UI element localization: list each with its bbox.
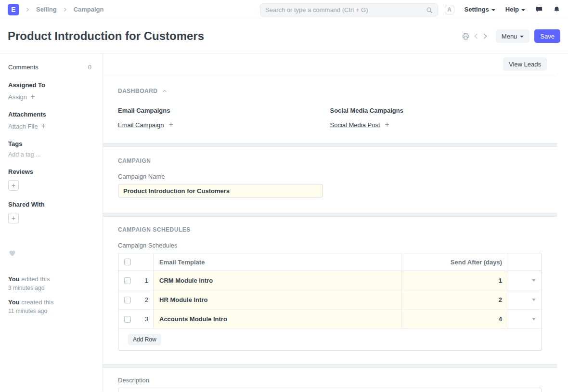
reviews-heading: Reviews bbox=[8, 168, 94, 175]
user-avatar[interactable]: A bbox=[445, 5, 454, 14]
comments-label: Comments bbox=[8, 64, 39, 71]
activity-who: You bbox=[8, 275, 20, 283]
select-all-checkbox[interactable] bbox=[124, 259, 131, 265]
section-divider bbox=[103, 213, 557, 217]
email-campaigns-label: Email Campaigns bbox=[118, 107, 330, 114]
description-textarea[interactable]: A Campaign for ERPNext Product Introduct… bbox=[118, 388, 542, 392]
grid-header-row: Email Template Send After (days) bbox=[118, 253, 542, 271]
settings-menu[interactable]: Settings bbox=[465, 6, 495, 13]
send-after-cell[interactable]: 4 bbox=[401, 310, 508, 328]
grid-header-checkbox-cell bbox=[118, 253, 136, 271]
attachments-heading: Attachments bbox=[8, 111, 94, 118]
email-campaign-link[interactable]: Email Campaign bbox=[118, 121, 164, 129]
row-checkbox-cell bbox=[118, 310, 136, 328]
plus-icon: + bbox=[41, 122, 45, 130]
activity-when: 11 minutes ago bbox=[8, 308, 94, 314]
breadcrumb: E Selling Campaign bbox=[8, 4, 103, 15]
view-leads-button[interactable]: View Leads bbox=[503, 57, 547, 71]
activity-action: edited this bbox=[21, 275, 50, 283]
sidebar-item-comments[interactable]: Comments 0 bbox=[8, 64, 94, 71]
email-template-cell[interactable]: CRM Module Intro bbox=[153, 271, 401, 290]
chevron-up-icon[interactable] bbox=[162, 89, 167, 93]
row-expand-icon[interactable] bbox=[532, 299, 536, 301]
email-template-cell[interactable]: Accounts Module Intro bbox=[153, 310, 401, 328]
campaign-name-input[interactable] bbox=[118, 184, 323, 197]
form-layout: Comments 0 Assigned To Assign + Attachme… bbox=[0, 53, 568, 392]
row-checkbox[interactable] bbox=[124, 277, 131, 284]
form-body: View Leads DASHBOARD Email Campaigns Ema… bbox=[103, 53, 557, 392]
plus-icon: + bbox=[12, 214, 15, 222]
description-label: Description bbox=[118, 377, 542, 384]
activity-log: You edited this 3 minutes ago You create… bbox=[8, 275, 94, 314]
add-review-button[interactable]: + bbox=[8, 180, 19, 191]
social-media-campaigns-label: Social Media Campaigns bbox=[330, 107, 542, 114]
table-row: 3 Accounts Module Intro 4 bbox=[118, 310, 542, 329]
row-checkbox-cell bbox=[118, 271, 136, 290]
chevron-down-icon bbox=[520, 36, 524, 38]
search-icon bbox=[426, 7, 433, 13]
row-checkbox[interactable] bbox=[124, 297, 131, 303]
row-expand-icon[interactable] bbox=[532, 318, 536, 320]
page-actions: Menu Save bbox=[462, 29, 560, 43]
assigned-to-heading: Assigned To bbox=[8, 81, 94, 89]
attach-file-label: Attach File bbox=[8, 123, 38, 130]
breadcrumb-campaign[interactable]: Campaign bbox=[74, 6, 104, 13]
send-after-cell[interactable]: 1 bbox=[401, 271, 508, 290]
page-head: Product Introduction for Customers Menu … bbox=[0, 19, 568, 53]
assign-label: Assign bbox=[8, 93, 27, 101]
print-icon[interactable] bbox=[462, 33, 469, 40]
plus-icon[interactable]: + bbox=[168, 121, 173, 129]
global-search[interactable] bbox=[260, 3, 438, 16]
social-media-post-link[interactable]: Social Media Post bbox=[330, 121, 380, 129]
email-template-cell[interactable]: HR Module Intro bbox=[153, 290, 401, 309]
like-icon[interactable] bbox=[8, 249, 16, 257]
plus-icon: + bbox=[12, 182, 15, 189]
add-tag-input[interactable]: Add a tag ... bbox=[8, 151, 94, 158]
activity-action: created this bbox=[21, 299, 53, 306]
row-expand-icon[interactable] bbox=[532, 279, 536, 282]
plus-icon: + bbox=[30, 93, 35, 101]
menu-button-label: Menu bbox=[502, 33, 517, 40]
row-checkbox-cell bbox=[118, 290, 136, 309]
menu-button[interactable]: Menu bbox=[496, 29, 530, 43]
campaign-schedules-label: Campaign Schedules bbox=[118, 242, 542, 249]
add-row-button[interactable]: Add Row bbox=[128, 334, 161, 345]
row-toggle-cell bbox=[508, 271, 542, 290]
tags-heading: Tags bbox=[8, 140, 94, 147]
section-campaign-schedules: CAMPAIGN SCHEDULES Campaign Schedules Em… bbox=[103, 217, 557, 364]
navbar: E Selling Campaign A Settings Help bbox=[0, 0, 568, 19]
sidebar-group-assigned-to: Assigned To Assign + bbox=[8, 81, 94, 101]
chevron-right-icon bbox=[63, 7, 67, 12]
search-input[interactable] bbox=[265, 6, 426, 13]
chevron-left-icon[interactable] bbox=[474, 33, 478, 39]
form-sidebar: Comments 0 Assigned To Assign + Attachme… bbox=[0, 53, 103, 392]
chat-icon[interactable] bbox=[535, 6, 543, 13]
section-dashboard: DASHBOARD Email Campaigns Email Campaign… bbox=[103, 76, 557, 143]
bell-icon[interactable] bbox=[553, 6, 560, 13]
save-button[interactable]: Save bbox=[534, 29, 560, 43]
dashboard-col-email: Email Campaigns Email Campaign + bbox=[118, 107, 330, 129]
campaign-name-label: Campaign Name bbox=[118, 173, 542, 180]
assign-button[interactable]: Assign + bbox=[8, 93, 35, 101]
campaign-heading: CAMPAIGN bbox=[118, 157, 151, 164]
send-after-cell[interactable]: 2 bbox=[401, 290, 508, 309]
share-button[interactable]: + bbox=[8, 213, 19, 223]
chevron-down-icon bbox=[521, 9, 525, 11]
sidebar-group-reviews: Reviews + bbox=[8, 168, 94, 191]
row-checkbox[interactable] bbox=[124, 316, 131, 323]
settings-label: Settings bbox=[465, 6, 489, 13]
erpnext-logo[interactable]: E bbox=[8, 4, 19, 15]
comments-count-badge: 0 bbox=[88, 64, 91, 71]
chevron-right-icon[interactable] bbox=[483, 33, 488, 39]
plus-icon[interactable]: + bbox=[385, 121, 389, 129]
page-title: Product Introduction for Customers bbox=[8, 29, 204, 43]
breadcrumb-selling[interactable]: Selling bbox=[36, 6, 57, 13]
table-row: 1 CRM Module Intro 1 bbox=[118, 271, 542, 290]
campaign-schedules-heading: CAMPAIGN SCHEDULES bbox=[118, 226, 191, 233]
grid-header-send-after: Send After (days) bbox=[401, 253, 508, 271]
help-menu[interactable]: Help bbox=[505, 6, 525, 13]
activity-item: You edited this 3 minutes ago bbox=[8, 275, 94, 291]
inner-toolbar: View Leads bbox=[103, 53, 557, 76]
attach-file-button[interactable]: Attach File + bbox=[8, 122, 46, 130]
help-label: Help bbox=[505, 6, 519, 13]
